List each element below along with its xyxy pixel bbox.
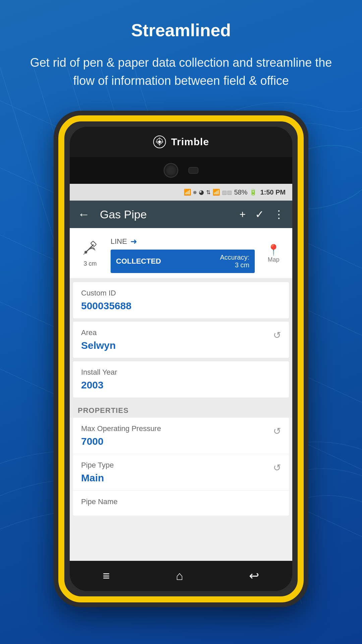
accuracy-display: Accuracy: 3 cm <box>220 254 249 269</box>
status-icons: 📶 ⎈ ◕ ⇅ 📶 ▨▨ 58% 🔋 1:50 PM <box>184 189 286 196</box>
status-bar: 📶 ⎈ ◕ ⇅ 📶 ▨▨ 58% 🔋 1:50 PM <box>70 184 292 201</box>
battery-icon: 🔋 <box>249 189 257 196</box>
wifi-icon: 📶 <box>213 189 220 196</box>
line-label-row: LINE ➜ <box>111 233 255 250</box>
gps-middle: LINE ➜ COLLECTED Accuracy: 3 cm <box>111 233 255 273</box>
device-inner: Trimble 📶 ⎈ ◕ ⇅ 📶 <box>70 127 292 591</box>
trimble-logo: Trimble <box>153 135 209 149</box>
bottom-nav: ≡ ⌂ ↩ <box>70 561 292 591</box>
gps-right[interactable]: 📍 Map <box>260 233 287 273</box>
header-title: Gas Pipe <box>100 208 233 221</box>
add-button[interactable]: + <box>239 208 246 221</box>
area-field-header: Area Selwyn ↺ <box>81 328 281 351</box>
max-pressure-value: 7000 <box>81 436 161 447</box>
camera-lens <box>164 163 178 178</box>
area-label: Area <box>81 328 116 337</box>
data-transfer-icon: ⇅ <box>206 189 210 196</box>
max-pressure-content: Max Operating Pressure 7000 <box>81 424 161 447</box>
svg-line-17 <box>83 248 90 255</box>
pipe-type-header: Pipe Type Main ↺ <box>81 461 281 484</box>
phone-screen: 📶 ⎈ ◕ ⇅ 📶 ▨▨ 58% 🔋 1:50 PM <box>70 184 292 561</box>
pipe-name-label: Pipe Name <box>81 497 281 506</box>
properties-section: Max Operating Pressure 7000 ↺ Pipe Type … <box>73 418 289 516</box>
area-field-content: Area Selwyn <box>81 328 116 351</box>
install-year-label: Install Year <box>81 368 281 377</box>
bluetooth-symbol: ⎈ <box>193 189 197 196</box>
home-nav-button[interactable]: ⌂ <box>176 569 183 583</box>
back-nav-button[interactable]: ↩ <box>249 569 259 583</box>
pipe-type-link-icon: ↺ <box>273 462 281 473</box>
gps-status-icon: ◕ <box>199 189 204 196</box>
map-label: Map <box>267 256 279 263</box>
custom-id-field[interactable]: Custom ID 500035688 <box>73 282 289 318</box>
gps-left: 3 cm <box>75 233 105 273</box>
pipe-type-content: Pipe Type Main <box>81 461 114 484</box>
max-pressure-header: Max Operating Pressure 7000 ↺ <box>81 424 281 447</box>
gps-bar: 3 cm LINE ➜ COLLECTED Accuracy: 3 cm <box>70 228 292 279</box>
custom-id-label: Custom ID <box>81 289 281 298</box>
camera-area <box>70 157 292 184</box>
area-link-icon: ↺ <box>273 330 281 341</box>
line-arrow-icon: ➜ <box>130 237 137 246</box>
signal-icon: ▨▨ <box>222 189 232 196</box>
area-field[interactable]: Area Selwyn ↺ <box>73 322 289 358</box>
page-title: Streamlined <box>20 20 342 40</box>
confirm-button[interactable]: ✓ <box>255 208 264 221</box>
install-year-field[interactable]: Install Year 2003 <box>73 361 289 397</box>
pipe-type-label: Pipe Type <box>81 461 114 470</box>
max-pressure-label: Max Operating Pressure <box>81 424 161 433</box>
properties-section-header: PROPERTIES <box>70 401 292 418</box>
properties-title: PROPERTIES <box>78 406 129 415</box>
bluetooth-icon: 📶 <box>184 189 191 196</box>
app-header: ← Gas Pipe + ✓ ⋮ <box>70 201 292 228</box>
collected-status: COLLECTED <box>116 257 161 266</box>
line-type-label: LINE <box>111 237 127 246</box>
status-time: 1:50 PM <box>260 189 286 196</box>
menu-nav-button[interactable]: ≡ <box>103 569 110 583</box>
gps-satellite-icon <box>82 239 99 258</box>
page-subtitle: Get rid of pen & paper data collection a… <box>20 54 342 90</box>
more-button[interactable]: ⋮ <box>274 208 284 221</box>
area-value: Selwyn <box>81 340 116 351</box>
trimble-icon <box>153 135 166 149</box>
gps-accuracy-label: 3 cm <box>83 260 97 267</box>
collected-bar: COLLECTED Accuracy: 3 cm <box>111 250 255 273</box>
header-actions: + ✓ ⋮ <box>239 208 284 221</box>
top-text-section: Streamlined Get rid of pen & paper data … <box>0 20 362 90</box>
battery-percent: 58% <box>234 189 247 196</box>
pressure-link-icon: ↺ <box>273 426 281 437</box>
brand-name: Trimble <box>171 136 209 148</box>
device-outer: Trimble 📶 ⎈ ◕ ⇅ 📶 <box>54 111 308 607</box>
custom-id-value: 500035688 <box>81 300 281 312</box>
install-year-value: 2003 <box>81 379 281 391</box>
max-pressure-field[interactable]: Max Operating Pressure 7000 ↺ <box>73 418 289 454</box>
form-content: Custom ID 500035688 Area Selwyn ↺ In <box>70 279 292 401</box>
pipe-type-field[interactable]: Pipe Type Main ↺ <box>73 454 289 491</box>
map-pin-icon: 📍 <box>267 244 280 256</box>
trimble-bar: Trimble <box>70 127 292 157</box>
back-button[interactable]: ← <box>78 207 90 221</box>
pipe-type-value: Main <box>81 472 114 484</box>
pipe-name-field[interactable]: Pipe Name <box>73 491 289 516</box>
camera-sensor <box>188 167 198 174</box>
